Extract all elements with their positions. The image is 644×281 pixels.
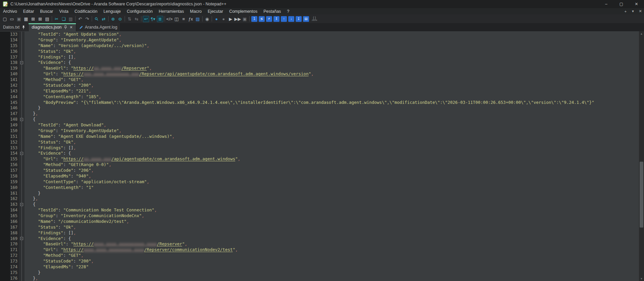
code-text[interactable]: "BaseUrl": "https://xxxx.xxxx.xxxxxxxxxx… <box>25 241 639 247</box>
save-all-icon[interactable]: ▦ <box>23 16 29 22</box>
minimize-button[interactable]: – <box>599 0 614 8</box>
code-text[interactable]: "Status": "Ok", <box>25 49 639 54</box>
close-all-files-icon[interactable]: ⊠ <box>37 16 43 22</box>
close-tab-icon[interactable]: ✕ <box>70 25 73 30</box>
stop-recording-icon[interactable]: ● <box>220 16 227 22</box>
code-text[interactable]: { <box>25 202 639 207</box>
code-text[interactable]: }, <box>25 196 639 202</box>
document-list-icon[interactable]: ≡ <box>180 16 187 22</box>
new-tab-button[interactable]: + <box>622 8 629 14</box>
function-list-icon[interactable]: ƒx <box>187 16 194 22</box>
save-icon[interactable]: ▣ <box>16 16 22 22</box>
url-link[interactable]: https:// <box>74 66 94 71</box>
zoom-in-icon[interactable]: ⊕ <box>110 16 116 22</box>
redo-icon[interactable]: ↷ <box>84 16 90 22</box>
code-text[interactable]: "Method": "GET", <box>25 77 639 83</box>
menu-macro[interactable]: Macro <box>187 8 205 14</box>
menu-codificacion[interactable]: Codificación <box>72 8 100 14</box>
code-text[interactable]: "Findings": [], <box>25 54 639 60</box>
code-text[interactable]: "Status": "Ok", <box>25 139 639 145</box>
print-icon[interactable]: ▤ <box>44 16 50 22</box>
url-link[interactable]: /Repserver/communicationNodev2/test <box>144 247 232 252</box>
code-text[interactable]: "Method": "GET(Range 0-0)", <box>25 162 639 168</box>
compare-icon[interactable]: ≶ <box>259 16 265 22</box>
fold-collapse-icon[interactable]: − <box>20 118 23 121</box>
tab-diagnostics-json[interactable]: diagnostics.json✕ <box>29 23 76 31</box>
fold-collapse-icon[interactable]: − <box>20 152 23 155</box>
code-text[interactable]: "ContentLength": "1" <box>25 185 639 191</box>
code-text[interactable]: "ContentLength": "185", <box>25 94 639 100</box>
compare-set-first-icon[interactable]: 1 <box>251 16 257 22</box>
new-file-icon[interactable]: ▢ <box>2 16 8 22</box>
sync-vertical-scroll-icon[interactable]: ⇅ <box>126 16 133 22</box>
code-text[interactable]: "Name": "Version (agentupdate/.../versio… <box>25 43 639 49</box>
close-tab-button[interactable]: ✕ <box>637 8 644 14</box>
compare-nav-bar-icon[interactable]: ▤ <box>303 16 309 22</box>
url-link[interactable]: https:// <box>63 247 83 252</box>
code-text[interactable]: } <box>25 191 639 196</box>
menu-vista[interactable]: Vista <box>56 8 72 14</box>
code-text[interactable]: "Evidence": { <box>25 151 639 156</box>
code-text[interactable]: "Name": "/communicationNodev2/test", <box>25 219 639 225</box>
menu-pestanas[interactable]: Pestañas <box>260 8 284 14</box>
url-link[interactable]: /Repserver <box>157 241 182 246</box>
url-link[interactable]: /api/agentupdate/com.arandasoft.adm.agen… <box>111 156 235 161</box>
editor-pane[interactable]: 133"TestId": "Agent Update Version",134"… <box>0 31 644 281</box>
compare-next-diff-icon[interactable]: ↓ <box>288 16 294 22</box>
zoom-out-icon[interactable]: ⊖ <box>117 16 123 22</box>
compare-clear-icon[interactable]: ≠ <box>266 16 272 22</box>
code-text[interactable]: "StatusCode": "200", <box>25 258 639 264</box>
url-link[interactable]: https:// <box>74 241 94 246</box>
menu-archivo[interactable]: Archivo <box>0 8 20 14</box>
code-text[interactable]: "Name": "Agent EXE download (agentupdate… <box>25 134 639 139</box>
sync-horizontal-scroll-icon[interactable]: ⇆ <box>133 16 140 22</box>
record-macro-icon[interactable]: ● <box>213 16 220 22</box>
code-text[interactable]: "ElapsedMs": "228" <box>25 264 639 270</box>
tab-aranda-agent-log[interactable]: Aranda.Agent.log <box>76 23 121 31</box>
code-text[interactable]: "Evidence": { <box>25 236 639 242</box>
document-map-icon[interactable]: ◫ <box>173 16 180 22</box>
menu-ejecutar[interactable]: Ejecutar <box>205 8 226 14</box>
code-text[interactable]: } <box>25 105 639 111</box>
code-view-icon[interactable]: </> <box>166 16 173 22</box>
scroll-down-arrow[interactable]: ▼ <box>639 276 644 281</box>
code-text[interactable]: "Url": "https://xxxx.xxxx.xxxxxxxxx.xxxx… <box>25 247 639 253</box>
find-icon[interactable]: ⚲ <box>92 14 101 24</box>
code-text[interactable]: }, <box>25 111 639 117</box>
code-text[interactable]: { <box>25 117 639 122</box>
monitoring-icon[interactable]: ◉ <box>204 16 210 22</box>
code-text[interactable]: "Evidence": { <box>25 60 639 66</box>
folder-as-workspace-icon[interactable]: ▨ <box>195 16 201 22</box>
code-text[interactable]: "Group": "Inventory.AgentUpdate", <box>25 128 639 134</box>
url-link[interactable]: /Repserver <box>122 66 147 71</box>
code-text[interactable]: "Group": "Inventory.AgentUpdate", <box>25 37 639 43</box>
tab-datos-txt[interactable]: Datos.txt <box>0 23 29 31</box>
copy-icon[interactable]: ❏ <box>60 16 67 22</box>
paste-icon[interactable]: ▥ <box>68 16 74 22</box>
menu-lenguaje[interactable]: Lenguaje <box>100 8 124 14</box>
json-viewer-icon[interactable]: { }JSON <box>311 16 318 22</box>
compare-first-diff-icon[interactable]: ↥ <box>273 16 280 22</box>
code-text[interactable]: "Status": "Ok", <box>25 225 639 230</box>
menu-herramientas[interactable]: Herramientas <box>156 8 187 14</box>
code-text[interactable]: "BaseUrl": "https://xx.xxxx.xxx/Repserve… <box>25 66 639 71</box>
code-text[interactable]: "TestId": "Agent Download", <box>25 122 639 128</box>
url-link[interactable]: https:// <box>63 156 83 161</box>
word-wrap-icon[interactable]: ↩ <box>143 16 149 22</box>
code-text[interactable]: "Url": "https://xx.xxxx.xxx/api/agentupd… <box>25 156 639 162</box>
code-text[interactable]: "Findings": [], <box>25 230 639 236</box>
code-text[interactable]: "ContentType": "application/octet-stream… <box>25 179 639 185</box>
show-all-characters-icon[interactable]: ¶▾ <box>150 16 156 22</box>
compare-last-diff-icon[interactable]: ↧ <box>296 16 302 22</box>
indent-guide-icon[interactable]: ≣ <box>157 16 163 22</box>
open-file-icon[interactable]: ▭ <box>9 16 15 22</box>
close-button[interactable]: ✕ <box>629 0 644 8</box>
code-text[interactable]: "TestId": "Agent Update Version", <box>25 32 639 37</box>
cut-icon[interactable]: ✂ <box>53 16 60 22</box>
code-text[interactable]: "ElapsedMs": "940", <box>25 173 639 179</box>
save-macro-icon[interactable]: ▣ <box>242 16 248 22</box>
code-text[interactable]: "TestId": "Communication Node Test Conne… <box>25 207 639 213</box>
code-text[interactable]: "Findings": [], <box>25 145 639 151</box>
run-macro-multiple-icon[interactable]: ▶▶ <box>234 16 241 22</box>
fold-collapse-icon[interactable]: − <box>20 237 23 240</box>
